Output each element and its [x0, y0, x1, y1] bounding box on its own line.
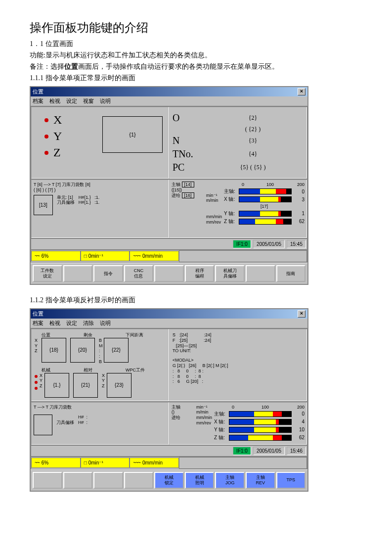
load-bar: Y 轴:1 [224, 210, 305, 217]
status-if-indicator: IF1:0 [233, 240, 251, 248]
section-112: 1.1.2 指令菜单项反衬显示时的画面 [30, 295, 362, 305]
override-value: 0min⁻¹ [88, 460, 103, 465]
menu-item[interactable]: 清除 [83, 320, 94, 327]
status-strip: IF1:0 2005/01/05 15:45 [31, 238, 307, 250]
menu-item[interactable]: 档案 [33, 320, 44, 327]
tool-info-panel: T [6] ---> T [7] 刀库刀袋数 [8] ( [6] ) ( [7]… [31, 180, 169, 238]
softkey-button[interactable]: 机械刀 具偏移 [215, 265, 245, 282]
info-label: N [173, 135, 202, 146]
page-title: 操作面板功能键的介绍 [30, 20, 362, 36]
menu-item[interactable]: 设定 [66, 320, 77, 327]
load-bar: 主轴:0 [224, 188, 305, 195]
status-time: 15:45 [287, 240, 306, 248]
softkey-button[interactable]: 指令 [93, 265, 123, 282]
softkey-button[interactable] [33, 472, 62, 489]
softkey-button[interactable] [63, 265, 93, 282]
menu-item[interactable]: 档案 [33, 97, 44, 105]
menu-item[interactable]: 检视 [49, 320, 60, 327]
override-icon: ~~~ [133, 460, 140, 465]
override-icon: □ [84, 460, 87, 465]
tool-number-box: [13] [34, 195, 53, 215]
override-cell: ~~~0mm/min [130, 251, 179, 261]
load-meter-panel: 主轴 [14] ([15]) 进给 [16] min⁻¹ m/min mm/mi… [169, 180, 307, 238]
info-label: TNo. [173, 148, 202, 160]
program-info-panel: O{2}( {2} )N{3}TNo.{4}PC{5} ( {5} ) [169, 107, 307, 179]
override-icon: ~~ [35, 253, 40, 259]
section-1-heading: 1．1 位置画面 [30, 39, 362, 49]
softkey-button[interactable] [93, 472, 123, 489]
info-value: ( {2} ) [202, 126, 304, 133]
function-line: 功能:显示与机床运行状态和工件加工状态相关的各类信息。 [30, 50, 362, 60]
softkey-button[interactable]: 程序 编程 [185, 265, 215, 282]
tool-info-panel: T ---> T 刀库刀袋数 刀具偏移 H# : H# : [31, 402, 169, 445]
softkey-button[interactable]: 机械 锁定 [154, 472, 184, 489]
override-cell: □0min⁻¹ [81, 251, 130, 261]
axis-indicator-dot [44, 118, 48, 122]
menu-item[interactable]: 设定 [66, 97, 77, 105]
menu-item[interactable]: 视窗 [83, 97, 94, 105]
load-bar: Z 轴:62 [214, 434, 305, 441]
menu-item[interactable]: 检视 [49, 97, 60, 105]
window-titlebar: 位置 × [31, 309, 307, 319]
softkey-row: 工件数 设定指令CNC 信息程序 编程机械刀 具偏移指南 [31, 263, 307, 284]
position-axes-panel: XYZ {1} [31, 107, 169, 179]
softkey-button[interactable]: 指南 [276, 265, 306, 282]
override-strip: ~~6%□0min⁻¹~~~0mm/min [31, 250, 307, 263]
softkey-row: 机械 锁定机械 照明主轴 JOG主轴 REVTPS [31, 469, 307, 491]
screenshot-1: 位置 × 档案检视设定视窗说明 XYZ {1} O{2}( {2} )N{3}T… [30, 86, 308, 285]
axis-indicator-dot [44, 151, 48, 155]
info-value: {2} [202, 114, 304, 122]
softkey-button[interactable]: TPS [276, 472, 306, 489]
load-bar: X 轴:4 [214, 418, 305, 425]
softkey-button[interactable] [63, 472, 93, 489]
softkey-button[interactable]: 机械 照明 [185, 472, 215, 489]
status-if-indicator: IF1:0 [233, 447, 251, 455]
load-bar: 主轴:0 [214, 411, 305, 417]
override-icon: ~~ [35, 460, 40, 465]
softkey-button[interactable] [124, 472, 154, 489]
tool-number-box [34, 415, 52, 435]
override-cell: ~~6% [31, 251, 81, 261]
window-titlebar: 位置 × [31, 87, 307, 96]
override-cell: □0min⁻¹ [81, 458, 130, 468]
load-bar: Y 轴:10 [214, 426, 305, 433]
close-icon[interactable]: × [298, 88, 305, 95]
info-label: PC [173, 162, 202, 173]
status-date: 2005/01/05 [253, 240, 285, 248]
axis-indicator-dot [44, 135, 48, 139]
override-value: 6% [42, 253, 48, 259]
softkey-button[interactable]: 工件数 设定 [33, 265, 62, 282]
softkey-button[interactable]: CNC 信息 [124, 265, 154, 282]
softkey-button[interactable]: 主轴 REV [246, 472, 275, 489]
softkey-button[interactable] [154, 265, 184, 282]
load-bar: Z 轴:62 [224, 218, 305, 225]
override-icon: □ [84, 253, 87, 259]
section-111: 1.1.1 指令菜单项正常显示时的画面 [30, 73, 362, 83]
load-meter-panel: 主轴 () 进给 min⁻¹ m/min mm/min mm/rev 01002… [169, 402, 307, 445]
position-grid-panel: 位置 剩余 下间距离 X Y Z {18} {20} B M : : B {22… [31, 329, 169, 401]
override-value: 0mm/min [142, 460, 163, 465]
screenshot-2: 位置 × 档案检视设定清除说明 位置 剩余 下间距离 X Y Z {18} {2… [30, 308, 308, 492]
softkey-button[interactable] [246, 265, 275, 282]
menu-item[interactable]: 说明 [100, 97, 111, 105]
override-strip: ~~6%□0min⁻¹~~~0mm/min [31, 457, 307, 469]
override-cell: ~~6% [31, 458, 81, 468]
info-value: {5} ( {5} ) [202, 164, 304, 171]
override-cell: ~~~0mm/min [130, 458, 179, 468]
status-time: 15:46 [287, 447, 306, 455]
position-preview-box: {1} [102, 116, 163, 153]
modal-info-panel: S :[24] :24] F :[25] :24] :[25]—:[25] TO… [169, 329, 307, 401]
info-value: {3} [202, 137, 304, 144]
status-date: 2005/01/05 [253, 447, 285, 455]
override-value: 6% [42, 460, 48, 465]
menu-item[interactable]: 说明 [100, 320, 111, 327]
axis-label: X [53, 113, 62, 127]
close-icon[interactable]: × [298, 310, 305, 318]
status-strip: IF1:0 2005/01/05 15:46 [31, 445, 307, 457]
softkey-button[interactable]: 主轴 JOG [215, 472, 245, 489]
axis-label: Z [53, 146, 61, 159]
info-value: {4} [202, 150, 304, 158]
override-value: 0min⁻¹ [88, 253, 103, 259]
menu-bar: 档案检视设定清除说明 [31, 319, 307, 328]
load-bar: X 轴:3 [224, 196, 305, 203]
